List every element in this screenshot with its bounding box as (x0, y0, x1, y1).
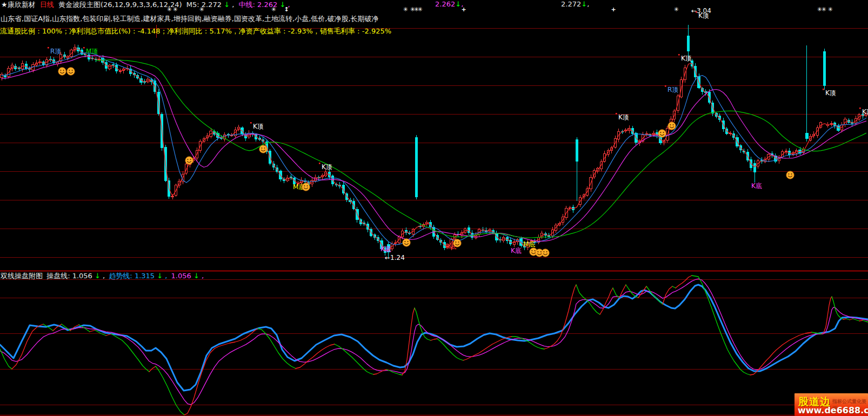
op-line-segment (544, 285, 576, 349)
smiley-face-icon (259, 145, 267, 153)
signal-label: K底 (751, 182, 762, 190)
trend-line (0, 285, 868, 391)
concept-tags-line: 山东省,国证A指,山东指数,包装印刷,轻工制造,建材家具,增持回购,融资融券,国… (1, 15, 379, 23)
signal-label: K顶 (322, 163, 332, 171)
smiley-face-icon (658, 130, 666, 137)
down-arrow-icon: ↓ (157, 272, 163, 280)
op-line-segment (90, 330, 95, 332)
signal-marker-icon: ✳ (417, 6, 422, 13)
signal-label: K底 (380, 245, 391, 253)
smiley-face-icon (786, 171, 794, 179)
op-line-segment (373, 370, 386, 374)
signal-marker-icon: ✳ (827, 6, 832, 13)
fundamentals-line: 流通股比例：100%；净利润总市值比(%)：-4.148；净利润同比：5.17%… (0, 27, 391, 35)
signal-label: K底 (511, 247, 522, 254)
op-line-segment (663, 286, 672, 304)
op-line-segment (415, 308, 431, 340)
op-line-segment (600, 288, 613, 314)
comma-separator: , (165, 272, 167, 280)
watermark-badge: 股道边 指标公式量化资源 www.de6688.com (794, 393, 868, 416)
ma-fast-red-line (5, 49, 866, 251)
smiley-face-icon (542, 249, 549, 257)
op-line-segment (832, 297, 843, 319)
midline-float-number: 2.262 (435, 0, 455, 8)
signal-marker-icon: ✳ (821, 6, 826, 13)
op-line-segment (106, 334, 111, 336)
down-arrow-icon: ↓ (224, 1, 230, 9)
ma5-float-number: 2.272 (561, 0, 581, 8)
op-line-segment (846, 319, 850, 320)
ma-mid-blue-line (2, 53, 866, 245)
label-marker-dot (250, 122, 252, 124)
label-marker-dot (678, 54, 680, 56)
op-line-segment (156, 366, 184, 415)
ma5-value: 2.272 (202, 1, 222, 9)
trading-app-screen: ✳✳✳✳↕✳✳✳✳++✳✳✳✳R顶M顶K顶M底K顶K底R底K底M底K顶R顶K顶K… (0, 0, 868, 416)
down-arrow-icon: ↓ (581, 0, 587, 8)
trend-line-label: 趋势线: (109, 272, 132, 280)
label-marker-dot (319, 163, 321, 164)
down-arrow-icon: ↓ (193, 272, 199, 280)
op-line-segment (843, 319, 846, 319)
label-marker-dot (48, 47, 49, 49)
signal-label: K顶 (253, 123, 264, 130)
op-line-segment (431, 339, 437, 340)
period-daily-label[interactable]: 日线 (40, 1, 54, 9)
signal-label: K顶 (618, 113, 629, 121)
comma-separator: , (232, 1, 234, 9)
op-line-segment (296, 344, 335, 368)
label-marker-dot (823, 89, 824, 90)
op-line-segment (859, 320, 863, 321)
signal-label: R顶 (667, 86, 678, 93)
comma-separator: , (202, 272, 204, 280)
magenta-line-value: 1.056 (171, 272, 191, 280)
ma-mid-magenta-line (2, 56, 866, 241)
op-line-segment (111, 334, 149, 372)
smiley-face-icon (185, 157, 193, 164)
midline-value: 2.262 (257, 1, 277, 9)
price-annotation: ←1.24 (385, 254, 405, 261)
smiley-face-icon (403, 239, 410, 246)
comma-separator: , (587, 0, 589, 8)
label-marker-dot (616, 113, 617, 115)
label-marker-dot (859, 108, 861, 109)
watermark-url: www.de6688.com (798, 405, 868, 415)
sub-panel-title[interactable]: 双线操盘附图 (1, 272, 43, 280)
floating-ma5-value: 2.272↓, (561, 0, 589, 8)
label-marker-dot (83, 47, 85, 49)
midline-label: 中线: (239, 1, 255, 9)
main-indicator-title[interactable]: 黄金波段主图(26,12,9,9,3,3,6,12,24) (58, 1, 182, 9)
ma5-label: M5: (186, 1, 199, 9)
down-arrow-icon: ↓ (455, 0, 461, 8)
op-line-value: 1.056 (72, 272, 92, 280)
signal-marker-icon: + (611, 6, 616, 13)
price-annotation: ←3.04 (691, 7, 711, 15)
smiley-face-icon (67, 68, 75, 75)
smiley-face-icon (302, 183, 310, 191)
signal-label: K顶 (681, 55, 692, 62)
signal-label: M底 (523, 240, 535, 248)
price-chart-canvas[interactable]: ✳✳✳✳↕✳✳✳✳++✳✳✳✳R顶M顶K顶M底K顶K底R底K底M底K顶R顶K顶K… (0, 0, 868, 416)
trend-line-value: 1.315 (135, 272, 155, 280)
label-marker-dot (665, 85, 666, 87)
signal-label: K顶 (862, 108, 868, 116)
signal-marker-icon: ✳ (673, 6, 678, 13)
signal-marker-icon: ✳ (403, 6, 408, 13)
comma-separator: , (103, 272, 105, 280)
op-line-segment (676, 276, 692, 288)
op-line-label: 操盘线: (46, 272, 70, 280)
header-line1: ★康欣新材 日线 黄金波段主图(26,12,9,9,3,3,6,12,24) M… (1, 1, 292, 9)
op-line-segment (853, 319, 859, 321)
signal-label: M顶 (86, 48, 98, 55)
down-arrow-icon: ↓ (279, 1, 285, 9)
op-line-segment (184, 328, 258, 415)
signal-label: R顶 (50, 48, 61, 55)
smiley-face-icon (453, 239, 461, 247)
op-line-segment (672, 286, 676, 288)
signal-label: K顶 (825, 89, 836, 97)
op-line-segment (437, 339, 463, 360)
floating-midline-value: 2.262↓, (435, 0, 463, 8)
stock-title: ★康欣新材 (1, 1, 36, 9)
op-line-segment (850, 319, 853, 320)
down-arrow-icon: ↓ (95, 272, 101, 280)
